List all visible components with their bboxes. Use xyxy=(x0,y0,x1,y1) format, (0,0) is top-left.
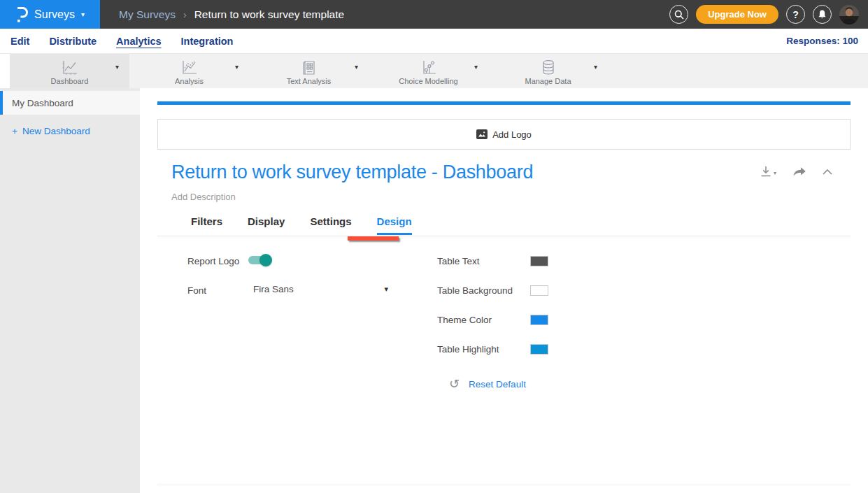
nav-item-integration[interactable]: Integration xyxy=(181,36,234,47)
share-button[interactable] xyxy=(792,166,806,178)
dashboard-actions: ▾ xyxy=(760,166,832,178)
add-logo-label: Add Logo xyxy=(492,129,532,140)
notifications-button[interactable] xyxy=(813,5,832,24)
breadcrumb: My Surveys › Return to work survey templ… xyxy=(119,8,344,21)
breadcrumb-my-surveys[interactable]: My Surveys xyxy=(119,8,176,21)
analytics-toolbar: ▾ Dashboard ▾ Analysis xyxy=(0,54,868,88)
tab-design[interactable]: Design xyxy=(377,215,412,235)
font-select[interactable]: Fira Sans ▾ xyxy=(253,284,388,294)
table-highlight-setting: Table Highlight xyxy=(437,344,548,355)
product-name: Surveys xyxy=(34,8,75,21)
sidebar-item-my-dashboard[interactable]: My Dashboard xyxy=(0,91,140,115)
dashboard-main: Add Logo Return to work survey template … xyxy=(140,88,868,493)
table-text-color-swatch[interactable] xyxy=(530,256,548,266)
help-button[interactable]: ? xyxy=(786,5,805,24)
toolbar-item-analysis[interactable]: ▾ Analysis xyxy=(129,54,249,88)
chevron-down-icon: ▾ xyxy=(81,10,85,18)
reset-icon: ↺ xyxy=(449,378,460,390)
toggle-knob xyxy=(259,254,272,266)
reset-default-button[interactable]: ↺ Reset Default xyxy=(449,378,526,390)
chevron-down-icon[interactable]: ▾ xyxy=(594,63,597,71)
add-description-field[interactable]: Add Description xyxy=(171,192,236,202)
new-dashboard-button[interactable]: + New Dashboard xyxy=(0,126,140,136)
questionpro-logo-icon xyxy=(15,6,29,23)
responses-count: Responses: 100 xyxy=(786,36,858,46)
scatter-chart-icon xyxy=(420,59,438,76)
content-accent-bar xyxy=(157,101,851,105)
analytics-dashboard-page: Surveys ▾ My Surveys › Return to work su… xyxy=(0,0,868,493)
table-text-label: Table Text xyxy=(437,256,480,266)
tabs-divider xyxy=(157,236,851,236)
top-bar-actions: Upgrade Now ? xyxy=(669,5,859,24)
search-icon xyxy=(674,10,684,20)
survey-section-nav: Edit Distribute Analytics Integration Re… xyxy=(0,29,868,54)
document-grid-icon xyxy=(301,59,318,76)
report-logo-toggle[interactable] xyxy=(248,254,272,266)
table-background-color-swatch[interactable] xyxy=(530,285,548,296)
toolbar-item-choice-modelling[interactable]: ▾ Choice Modelling xyxy=(369,54,488,88)
toolbar-item-dashboard[interactable]: ▾ Dashboard xyxy=(10,54,129,88)
search-button[interactable] xyxy=(669,5,688,24)
reset-default-label: Reset Default xyxy=(469,379,526,390)
chevron-down-icon[interactable]: ▾ xyxy=(235,63,239,71)
table-background-label: Table Background xyxy=(437,285,513,296)
trend-chart-icon xyxy=(180,59,199,76)
theme-color-setting: Theme Color xyxy=(437,315,548,325)
tab-display[interactable]: Display xyxy=(248,215,285,235)
user-avatar[interactable] xyxy=(839,5,859,24)
survey-nav-items: Edit Distribute Analytics Integration xyxy=(10,36,233,47)
nav-item-edit[interactable]: Edit xyxy=(10,36,29,47)
chevron-down-icon[interactable]: ▾ xyxy=(474,63,478,71)
toolbar-item-manage-data[interactable]: ▾ Manage Data xyxy=(488,54,608,88)
bell-icon xyxy=(818,9,827,20)
dashboard-settings-tabs: Filters Display Settings Design xyxy=(191,215,412,235)
chevron-down-icon[interactable]: ▾ xyxy=(115,63,119,71)
font-label: Font xyxy=(187,285,206,296)
tab-settings[interactable]: Settings xyxy=(310,215,351,235)
report-logo-label: Report Logo xyxy=(187,256,239,266)
question-mark-icon: ? xyxy=(792,10,799,20)
collapse-panel-button[interactable] xyxy=(823,169,832,175)
table-background-setting: Table Background xyxy=(437,285,548,296)
dashboard-content: Add Logo Return to work survey template … xyxy=(157,101,851,485)
image-icon xyxy=(476,129,488,139)
table-text-setting: Table Text xyxy=(437,256,548,266)
download-button[interactable]: ▾ xyxy=(760,166,776,178)
nav-item-distribute[interactable]: Distribute xyxy=(49,36,97,47)
theme-color-swatch[interactable] xyxy=(530,315,548,325)
toolbar-item-text-analysis[interactable]: ▾ Text Analysis xyxy=(249,54,369,88)
chevron-down-icon: ▾ xyxy=(774,171,776,178)
new-dashboard-label: New Dashboard xyxy=(22,126,90,136)
add-logo-button[interactable]: Add Logo xyxy=(157,119,851,150)
nav-item-analytics[interactable]: Analytics xyxy=(116,36,161,47)
analytics-toolbar-strip: ▾ Dashboard ▾ Analysis xyxy=(10,54,868,88)
breadcrumb-separator-icon: › xyxy=(183,9,187,20)
line-chart-icon xyxy=(60,59,79,76)
chevron-down-icon: ▾ xyxy=(384,285,388,294)
chevron-down-icon[interactable]: ▾ xyxy=(355,63,358,71)
breadcrumb-current-survey: Return to work survey template xyxy=(194,8,345,21)
product-switcher[interactable]: Surveys ▾ xyxy=(0,0,100,29)
upgrade-now-button[interactable]: Upgrade Now xyxy=(696,5,778,24)
dashboard-sidebar: My Dashboard + New Dashboard xyxy=(0,88,140,493)
top-bar: Surveys ▾ My Surveys › Return to work su… xyxy=(0,0,868,29)
table-highlight-label: Table Highlight xyxy=(437,344,499,355)
theme-color-label: Theme Color xyxy=(437,315,492,325)
table-highlight-color-swatch[interactable] xyxy=(530,344,548,355)
plus-icon: + xyxy=(12,126,17,136)
tab-filters[interactable]: Filters xyxy=(191,215,222,235)
dashboard-title: Return to work survey template - Dashboa… xyxy=(171,162,533,183)
font-selected-value: Fira Sans xyxy=(253,284,294,294)
database-icon xyxy=(539,59,557,76)
design-tab-annotation-highlight xyxy=(348,236,399,241)
